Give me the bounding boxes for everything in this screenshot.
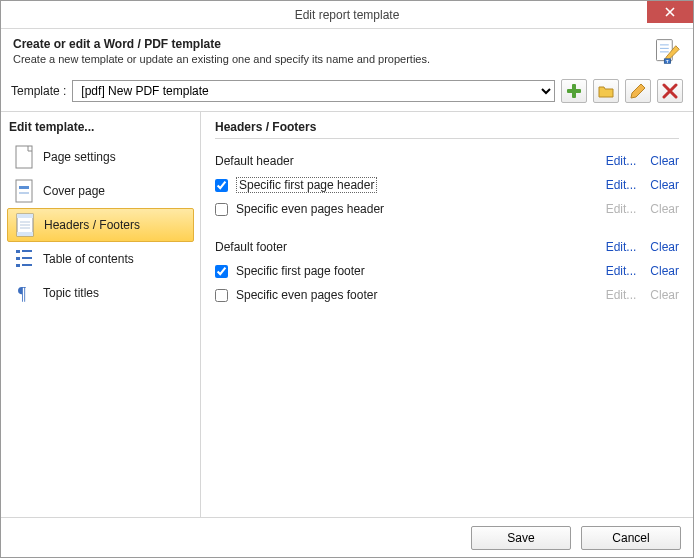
- page-icon: [13, 144, 35, 170]
- sidebar: Edit template... Page settings Cover pag…: [1, 112, 201, 517]
- rule: [215, 138, 679, 139]
- checkbox-even-pages-header[interactable]: Specific even pages header: [215, 202, 606, 216]
- delete-icon: [662, 83, 678, 99]
- checkbox-input[interactable]: [215, 203, 228, 216]
- title-bar: Edit report template: [1, 1, 693, 29]
- group-default-footer: Default footer Edit... Clear Specific fi…: [215, 235, 679, 307]
- template-label: Template :: [11, 84, 66, 98]
- clear-link: Clear: [650, 202, 679, 216]
- sidebar-item-page-settings[interactable]: Page settings: [7, 140, 194, 174]
- svg-text:T: T: [666, 59, 669, 64]
- checkbox-input[interactable]: [215, 179, 228, 192]
- checkbox-first-page-header[interactable]: Specific first page header: [215, 177, 606, 193]
- save-button[interactable]: Save: [471, 526, 571, 550]
- footer: Save Cancel: [1, 517, 693, 557]
- edit-link[interactable]: Edit...: [606, 264, 637, 278]
- edit-link[interactable]: Edit...: [606, 178, 637, 192]
- dialog-edit-report-template: Edit report template Create or edit a Wo…: [0, 0, 694, 558]
- clear-link[interactable]: Clear: [650, 154, 679, 168]
- svg-rect-7: [567, 89, 581, 93]
- sidebar-item-topic-titles[interactable]: ¶ Topic titles: [7, 276, 194, 310]
- clear-link[interactable]: Clear: [650, 264, 679, 278]
- svg-rect-11: [19, 192, 29, 194]
- group-default-header: Default header Edit... Clear Specific fi…: [215, 149, 679, 221]
- sidebar-item-label: Topic titles: [43, 286, 99, 300]
- content-title: Headers / Footers: [215, 120, 679, 134]
- checkbox-even-pages-footer[interactable]: Specific even pages footer: [215, 288, 606, 302]
- edit-link: Edit...: [606, 288, 637, 302]
- checkbox-label: Specific first page header: [236, 177, 377, 193]
- template-row: Template : [pdf] New PDF template: [1, 75, 693, 109]
- pilcrow-icon: ¶: [13, 280, 35, 306]
- sidebar-item-label: Headers / Footers: [44, 218, 140, 232]
- body: Edit template... Page settings Cover pag…: [1, 112, 693, 517]
- edit-link: Edit...: [606, 202, 637, 216]
- svg-rect-14: [17, 232, 33, 236]
- sidebar-item-headers-footers[interactable]: Headers / Footers: [7, 208, 194, 242]
- edit-template-button[interactable]: [625, 79, 651, 103]
- checkbox-input[interactable]: [215, 289, 228, 302]
- svg-rect-13: [17, 214, 33, 218]
- svg-rect-18: [16, 250, 20, 253]
- add-template-button[interactable]: [561, 79, 587, 103]
- sidebar-item-cover-page[interactable]: Cover page: [7, 174, 194, 208]
- close-icon: [665, 7, 675, 17]
- header-subtitle: Create a new template or update an exist…: [13, 53, 430, 65]
- checkbox-label: Specific even pages header: [236, 202, 384, 216]
- window-title: Edit report template: [295, 8, 400, 22]
- header: Create or edit a Word / PDF template Cre…: [1, 29, 693, 75]
- clear-link: Clear: [650, 288, 679, 302]
- sidebar-item-label: Table of contents: [43, 252, 134, 266]
- svg-rect-8: [16, 146, 32, 168]
- checkbox-first-page-footer[interactable]: Specific first page footer: [215, 264, 606, 278]
- toc-icon: [13, 246, 35, 272]
- clear-link[interactable]: Clear: [650, 178, 679, 192]
- default-footer-label: Default footer: [215, 240, 606, 254]
- headers-footers-icon: [14, 212, 36, 238]
- plus-icon: [566, 83, 582, 99]
- svg-rect-9: [16, 180, 32, 202]
- svg-rect-10: [19, 186, 29, 189]
- svg-rect-20: [16, 257, 20, 260]
- edit-link[interactable]: Edit...: [606, 240, 637, 254]
- sidebar-item-label: Page settings: [43, 150, 116, 164]
- close-button[interactable]: [647, 1, 693, 23]
- checkbox-label: Specific first page footer: [236, 264, 365, 278]
- open-template-button[interactable]: [593, 79, 619, 103]
- cancel-button[interactable]: Cancel: [581, 526, 681, 550]
- clear-link[interactable]: Clear: [650, 240, 679, 254]
- cover-page-icon: [13, 178, 35, 204]
- edit-document-icon: T: [653, 37, 681, 65]
- checkbox-label: Specific even pages footer: [236, 288, 377, 302]
- sidebar-title: Edit template...: [9, 120, 194, 134]
- delete-template-button[interactable]: [657, 79, 683, 103]
- header-title: Create or edit a Word / PDF template: [13, 37, 430, 51]
- svg-rect-22: [16, 264, 20, 267]
- folder-icon: [598, 83, 614, 99]
- edit-link[interactable]: Edit...: [606, 154, 637, 168]
- content-panel: Headers / Footers Default header Edit...…: [201, 112, 693, 517]
- checkbox-input[interactable]: [215, 265, 228, 278]
- sidebar-item-label: Cover page: [43, 184, 105, 198]
- pencil-icon: [630, 83, 646, 99]
- default-header-label: Default header: [215, 154, 606, 168]
- sidebar-item-toc[interactable]: Table of contents: [7, 242, 194, 276]
- svg-text:¶: ¶: [18, 284, 26, 304]
- template-select[interactable]: [pdf] New PDF template: [72, 80, 555, 102]
